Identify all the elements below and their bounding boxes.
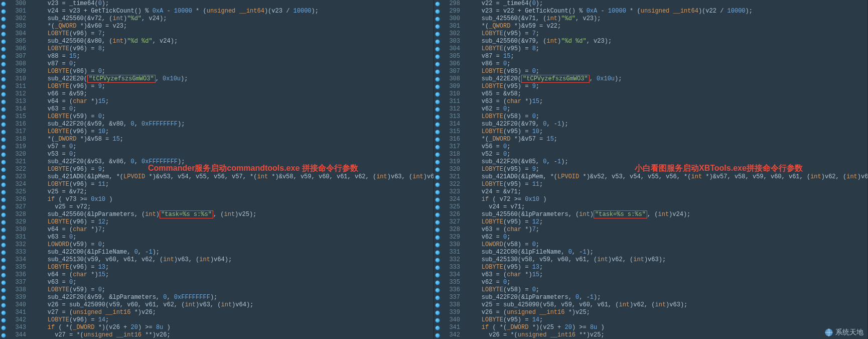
code-text[interactable]: if ( v72 >= 0x10 )	[463, 196, 867, 203]
code-line[interactable]: 301 v24 = v23 + GetTickCount() % 0xA - 1…	[0, 8, 433, 15]
breakpoint-icon[interactable]	[0, 294, 7, 301]
code-text[interactable]: v62 = 0;	[463, 234, 867, 241]
code-text[interactable]: *(_QWORD *)&v60 = v23;	[29, 23, 433, 30]
code-text[interactable]: v65 = &v58;	[463, 90, 867, 98]
code-line[interactable]: 331 v63 = 0;	[0, 234, 433, 241]
code-line[interactable]: 319 sub_422F20(&v85, 0, -1);	[434, 158, 867, 166]
breakpoint-icon[interactable]	[434, 8, 441, 15]
breakpoint-icon[interactable]	[0, 317, 7, 324]
breakpoint-icon[interactable]	[434, 1, 441, 8]
breakpoint-icon[interactable]	[0, 91, 7, 98]
code-text[interactable]: v52 = 0;	[463, 151, 867, 158]
code-text[interactable]: v64 = (char *)7;	[29, 226, 433, 234]
code-text[interactable]: v25 = &v72;	[29, 188, 433, 196]
code-line[interactable]: 313 LOBYTE(v58) = 0;	[434, 113, 867, 121]
code-text[interactable]: LOBYTE(v59) = 0;	[29, 286, 433, 294]
code-text[interactable]: sub_422F20(&v59, &lpParameters, 0, 0xFFF…	[29, 294, 433, 301]
code-text[interactable]: LOBYTE(v96) = 9;	[29, 166, 433, 173]
breakpoint-icon[interactable]	[434, 196, 441, 203]
code-text[interactable]: v66 = &v59;	[29, 90, 433, 98]
breakpoint-icon[interactable]	[434, 279, 441, 286]
code-text[interactable]: sub_425130(v58, v59, v60, v61, (int)v62,…	[463, 256, 867, 264]
breakpoint-icon[interactable]	[0, 166, 7, 173]
code-line[interactable]: 338 v25 = sub_425090(v58, v59, v60, v61,…	[434, 301, 867, 309]
code-text[interactable]: v27 = *(unsigned __int16 **)v26;	[29, 331, 433, 339]
breakpoint-icon[interactable]	[0, 174, 7, 181]
code-text[interactable]: LOBYTE(v95) = 8;	[463, 45, 867, 53]
code-line[interactable]: 314 v63 = 0;	[0, 105, 433, 113]
breakpoint-icon[interactable]	[434, 264, 441, 271]
breakpoint-icon[interactable]	[434, 189, 441, 196]
breakpoint-icon[interactable]	[434, 46, 441, 53]
breakpoint-icon[interactable]	[434, 257, 441, 264]
code-line[interactable]: 320 LOBYTE(v95) = 9;	[434, 166, 867, 173]
breakpoint-icon[interactable]	[434, 114, 441, 121]
code-text[interactable]: v64 = (char *)15;	[29, 98, 433, 105]
code-line[interactable]: 329 LOBYTE(v96) = 12;	[0, 218, 433, 226]
code-line[interactable]: 307 LOBYTE(v85) = 0;	[434, 68, 867, 75]
code-text[interactable]: LOBYTE(v95) = 14;	[463, 316, 867, 324]
code-line[interactable]: 335 v62 = 0;	[434, 279, 867, 286]
breakpoint-icon[interactable]	[0, 332, 7, 339]
code-line[interactable]: 342 LOBYTE(v96) = 14;	[0, 316, 433, 324]
code-text[interactable]: if ( *(_DWORD *)(v26 + 20) >= 8u )	[29, 324, 433, 331]
code-text[interactable]: LOBYTE(v96) = 13;	[29, 264, 433, 271]
code-text[interactable]: v63 = (char *)15;	[463, 271, 867, 279]
code-text[interactable]: sub_425560(&lpParameters, (int)"task=%s …	[29, 211, 433, 218]
code-line[interactable]: 302 LOBYTE(v95) = 7;	[434, 30, 867, 38]
code-text[interactable]: sub_422E20("tCPVyzefszsGmWO3", 0x10u);	[29, 75, 433, 83]
breakpoint-icon[interactable]	[434, 61, 441, 68]
breakpoint-icon[interactable]	[434, 332, 441, 339]
code-text[interactable]: v24 = &v71;	[463, 188, 867, 196]
code-text[interactable]: LOBYTE(v58) = 0;	[463, 286, 867, 294]
code-text[interactable]: v24 = v23 + GetTickCount() % 0xA - 10000…	[29, 8, 433, 15]
breakpoint-icon[interactable]	[0, 234, 7, 241]
breakpoint-icon[interactable]	[0, 151, 7, 158]
code-text[interactable]: v25 = v72;	[29, 203, 433, 211]
code-line[interactable]: 316 *(_DWORD *)&v57 = 15;	[434, 136, 867, 143]
code-line[interactable]: 319 v57 = 0;	[0, 143, 433, 151]
code-text[interactable]: sub_425560(&v71, (int)"%d", v23);	[463, 15, 867, 23]
code-line[interactable]: 330 v64 = (char *)7;	[0, 226, 433, 234]
code-text[interactable]: sub_425130(v59, v60, v61, v62, (int)v63,…	[29, 256, 433, 264]
code-line[interactable]: 325 v25 = &v72;	[0, 188, 433, 196]
code-text[interactable]: v23 = _time64(0);	[29, 0, 433, 8]
breakpoint-icon[interactable]	[434, 324, 441, 331]
breakpoint-icon[interactable]	[434, 144, 441, 151]
code-line[interactable]: 344 v27 = *(unsigned __int16 **)v26;	[0, 331, 433, 339]
code-line[interactable]: 328 sub_425560(&lpParameters, (int)"task…	[0, 211, 433, 218]
code-text[interactable]: sub_425560(&v80, (int)"%d %d", v24);	[29, 38, 433, 45]
code-text[interactable]: LOBYTE(v95) = 12;	[463, 218, 867, 226]
code-line[interactable]: 338 LOBYTE(v59) = 0;	[0, 286, 433, 294]
breakpoint-icon[interactable]	[434, 91, 441, 98]
code-line[interactable]: 332 LOWORD(v59) = 0;	[0, 241, 433, 249]
breakpoint-icon[interactable]	[0, 144, 7, 151]
breakpoint-icon[interactable]	[434, 16, 441, 23]
code-text[interactable]: sub_422C00(&lpFileName, 0, -1);	[463, 249, 867, 256]
code-line[interactable]: 308 v87 = 0;	[0, 60, 433, 68]
breakpoint-icon[interactable]	[0, 1, 7, 8]
code-text[interactable]: *(_QWORD *)&v59 = v22;	[463, 23, 867, 30]
code-text[interactable]: LOBYTE(v59) = 0;	[29, 113, 433, 121]
breakpoint-icon[interactable]	[434, 302, 441, 309]
code-line[interactable]: 316 sub_422F20(&v59, &v80, 0, 0xFFFFFFFF…	[0, 121, 433, 128]
breakpoint-icon[interactable]	[434, 174, 441, 181]
code-line[interactable]: 330 LOWORD(v58) = 0;	[434, 241, 867, 249]
code-line[interactable]: 336 v64 = (char *)15;	[0, 271, 433, 279]
breakpoint-icon[interactable]	[434, 272, 441, 279]
code-line[interactable]: 311 LOBYTE(v96) = 9;	[0, 83, 433, 90]
code-text[interactable]: v26 = (unsigned __int16 *)v25;	[463, 309, 867, 316]
code-text[interactable]: v62 = 0;	[463, 279, 867, 286]
breakpoint-icon[interactable]	[0, 181, 7, 188]
code-text[interactable]: LOWORD(v59) = 0;	[29, 241, 433, 249]
code-line[interactable]: 303 sub_425560(&v79, (int)"%d %d", v23);	[434, 38, 867, 45]
breakpoint-icon[interactable]	[0, 83, 7, 90]
code-text[interactable]: sub_422F20(&v53, &v86, 0, 0xFFFFFFFF);	[29, 158, 433, 166]
code-text[interactable]: LOBYTE(v86) = 0;	[29, 68, 433, 75]
code-line[interactable]: 342 v26 = *(unsigned __int16 **)v25;	[434, 331, 867, 339]
code-line[interactable]: 324 LOBYTE(v96) = 11;	[0, 181, 433, 188]
code-line[interactable]: 308 sub_422E20("tCPVyzefszsGmWO3", 0x10u…	[434, 75, 867, 83]
breakpoint-icon[interactable]	[0, 279, 7, 286]
code-text[interactable]: v23 = v22 + GetTickCount() % 0xA - 10000…	[463, 8, 867, 15]
code-line[interactable]: 325 v24 = v71;	[434, 203, 867, 211]
